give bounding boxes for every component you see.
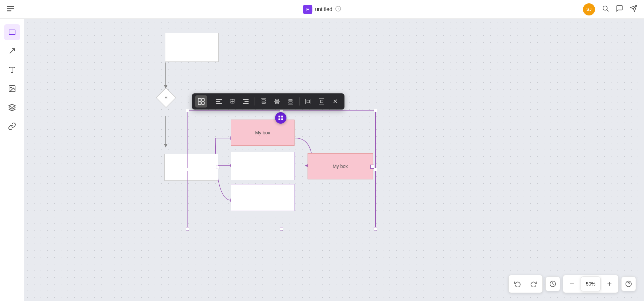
toolbar-divider-2 xyxy=(255,97,255,105)
sidebar-item-link[interactable] xyxy=(4,118,20,134)
toolbar-divider-1 xyxy=(210,97,210,105)
handle-bot-mid[interactable] xyxy=(280,227,283,230)
my-box-right-label: My box xyxy=(333,164,348,169)
doc-title[interactable]: untitled xyxy=(315,6,332,12)
share-icon[interactable] xyxy=(630,5,637,14)
svg-rect-2 xyxy=(7,10,11,11)
svg-rect-0 xyxy=(7,6,14,7)
header-center: F untitled xyxy=(303,5,341,14)
sidebar-item-rectangle[interactable] xyxy=(4,24,20,40)
user-avatar[interactable]: SJ xyxy=(583,3,595,15)
shape-pink-top[interactable]: My box xyxy=(231,120,294,146)
alignment-toolbar: ✕ xyxy=(192,93,344,110)
handle-top-left[interactable] xyxy=(186,109,189,112)
menu-icon[interactable] xyxy=(7,5,14,13)
zoom-in-btn[interactable] xyxy=(602,276,617,291)
shape-white-top[interactable] xyxy=(165,33,219,62)
svg-point-13 xyxy=(10,87,11,88)
svg-rect-55 xyxy=(307,100,310,103)
connector-handle[interactable] xyxy=(275,112,286,124)
zoom-group: 50% xyxy=(563,275,619,293)
cloud-save-icon xyxy=(335,6,341,13)
header: F untitled SJ xyxy=(0,0,644,19)
header-left xyxy=(7,5,14,13)
svg-rect-46 xyxy=(262,102,265,103)
sidebar-item-arrow[interactable] xyxy=(4,43,20,59)
svg-rect-1 xyxy=(7,8,14,9)
shape-white-mid[interactable] xyxy=(231,152,294,180)
svg-line-5 xyxy=(607,10,608,11)
align-right-btn[interactable] xyxy=(240,95,252,108)
header-right: SJ xyxy=(583,3,637,15)
search-icon[interactable] xyxy=(602,5,609,14)
help-btn[interactable] xyxy=(621,276,636,291)
sidebar-item-text[interactable] xyxy=(4,62,20,78)
svg-rect-30 xyxy=(281,119,283,120)
space-h-btn[interactable] xyxy=(302,95,314,108)
svg-rect-8 xyxy=(9,30,15,35)
distribute-bot-btn[interactable] xyxy=(284,95,297,108)
redo-btn[interactable] xyxy=(526,276,541,291)
toolbar-close-btn[interactable]: ✕ xyxy=(329,95,341,108)
history-btn[interactable] xyxy=(545,276,560,291)
my-box-top-label: My box xyxy=(255,130,270,135)
zoom-level: 50% xyxy=(581,276,601,291)
undo-btn[interactable] xyxy=(510,276,525,291)
distribute-mid-btn[interactable] xyxy=(271,95,283,108)
toolbar-divider-3 xyxy=(299,97,300,105)
svg-rect-58 xyxy=(320,100,323,103)
comment-icon[interactable] xyxy=(616,5,623,14)
undo-redo-group xyxy=(508,275,543,293)
svg-line-9 xyxy=(10,49,14,53)
shape-diamond[interactable]: M xyxy=(156,87,176,108)
sidebar-item-component[interactable] xyxy=(4,99,20,116)
svg-rect-29 xyxy=(278,119,280,120)
canvas[interactable]: M My box My box xyxy=(24,19,644,301)
grid-toolbar-btn[interactable] xyxy=(195,95,207,108)
svg-rect-52 xyxy=(289,102,292,103)
handle-bot-right[interactable] xyxy=(374,227,377,230)
app-logo: F xyxy=(303,5,312,14)
shape-white-bot[interactable] xyxy=(231,184,294,211)
svg-rect-48 xyxy=(275,99,279,100)
bottom-toolbar: 50% xyxy=(508,275,636,293)
svg-rect-51 xyxy=(289,99,292,101)
svg-rect-31 xyxy=(198,98,201,101)
svg-rect-27 xyxy=(278,116,280,117)
sidebar-item-image[interactable] xyxy=(4,81,20,97)
svg-rect-49 xyxy=(275,102,279,104)
distribute-top-btn[interactable] xyxy=(258,95,270,108)
space-v-btn[interactable] xyxy=(316,95,328,108)
handle-mid-left[interactable] xyxy=(186,168,189,171)
svg-rect-32 xyxy=(202,98,204,101)
svg-rect-33 xyxy=(198,102,201,104)
sidebar xyxy=(0,19,24,301)
svg-text:M: M xyxy=(165,96,167,100)
zoom-out-btn[interactable] xyxy=(565,276,579,291)
svg-rect-28 xyxy=(281,116,283,117)
align-left-btn[interactable] xyxy=(213,95,225,108)
svg-rect-45 xyxy=(262,100,265,101)
svg-rect-34 xyxy=(202,102,204,104)
shape-pink-right[interactable]: My box xyxy=(308,153,373,179)
align-center-h-btn[interactable] xyxy=(226,95,238,108)
handle-bot-left[interactable] xyxy=(186,227,189,230)
handle-top-right[interactable] xyxy=(374,109,377,112)
svg-marker-17 xyxy=(164,144,167,147)
svg-point-4 xyxy=(603,6,607,10)
